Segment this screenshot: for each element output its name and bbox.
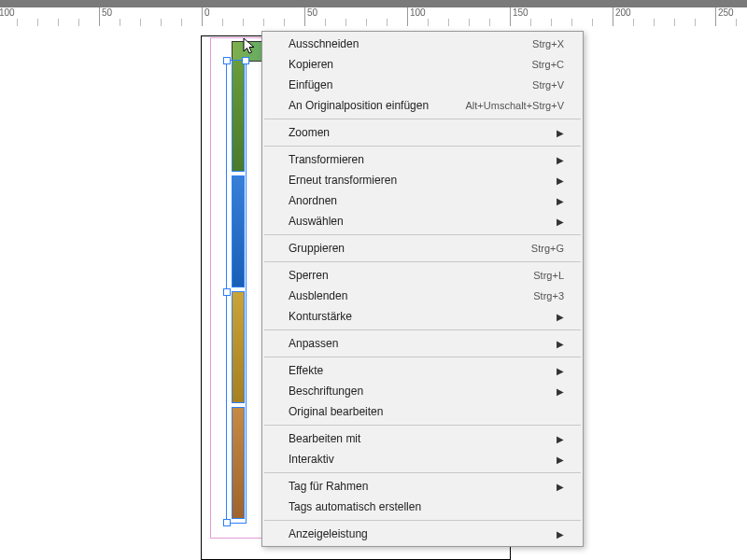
menu-separator: [264, 261, 581, 262]
menu-item-shortcut: Strg+C: [531, 59, 564, 70]
ruler-tick: [695, 19, 696, 26]
menu-item[interactable]: Zoomen▶: [262, 122, 583, 143]
menu-item[interactable]: Interaktiv▶: [262, 449, 583, 469]
menu-item-label: Beschriftungen: [289, 385, 549, 398]
menu-item[interactable]: Bearbeiten mit▶: [262, 428, 583, 449]
ruler-tick: [58, 19, 59, 26]
menu-item[interactable]: Beschriftungen▶: [262, 381, 583, 401]
submenu-arrow-icon: ▶: [557, 386, 564, 397]
menu-separator: [264, 425, 581, 426]
ruler-tick: [387, 19, 388, 26]
window-titlebar: [0, 0, 747, 7]
menu-item[interactable]: AusblendenStrg+3: [262, 286, 583, 306]
menu-item-label: Tags automatisch erstellen: [289, 500, 564, 513]
horizontal-ruler[interactable]: 10050050100150200250: [0, 7, 747, 27]
ruler-tick: [428, 19, 429, 26]
ruler-tick: [243, 19, 244, 26]
ruler-tick: [284, 19, 285, 26]
menu-separator: [264, 472, 581, 473]
submenu-arrow-icon: ▶: [557, 482, 564, 492]
menu-item-label: Interaktiv: [289, 453, 549, 466]
menu-item[interactable]: Anordnen▶: [262, 190, 583, 211]
ruler-tick: [140, 19, 141, 26]
selection-frame[interactable]: [226, 60, 247, 524]
ruler-label: 150: [513, 7, 529, 18]
submenu-arrow-icon: ▶: [557, 339, 564, 349]
ruler-tick: [161, 19, 162, 26]
menu-item[interactable]: Original bearbeiten: [262, 401, 583, 422]
menu-item[interactable]: AusschneidenStrg+X: [262, 34, 583, 54]
ruler-tick: [448, 19, 449, 26]
ruler-tick: [592, 19, 593, 26]
menu-item-shortcut: Strg+L: [533, 270, 564, 281]
submenu-arrow-icon: ▶: [557, 529, 564, 539]
menu-item-shortcut: Strg+3: [533, 290, 564, 301]
menu-item-shortcut: Strg+X: [532, 38, 564, 49]
ruler-tick: [674, 19, 675, 26]
ruler-label: 100: [0, 7, 15, 18]
menu-separator: [264, 119, 581, 119]
menu-item-label: Ausschneiden: [289, 37, 532, 50]
menu-item[interactable]: An Originalposition einfügenAlt+Umschalt…: [262, 95, 583, 116]
ruler-tick: [37, 19, 38, 26]
selection-handle[interactable]: [223, 57, 231, 64]
menu-item-label: Sperren: [289, 269, 533, 282]
ruler-tick: 50: [304, 7, 305, 26]
submenu-arrow-icon: ▶: [557, 434, 564, 444]
menu-item[interactable]: SperrenStrg+L: [262, 265, 583, 286]
ruler-tick: [489, 19, 490, 26]
menu-item[interactable]: Tag für Rahmen▶: [262, 476, 583, 497]
menu-item-label: Anpassen: [289, 337, 549, 350]
submenu-arrow-icon: ▶: [557, 312, 564, 322]
menu-separator: [264, 520, 581, 521]
menu-item[interactable]: Konturstärke▶: [262, 306, 583, 327]
ruler-tick: [571, 19, 572, 26]
menu-item[interactable]: Auswählen▶: [262, 211, 583, 231]
context-menu[interactable]: AusschneidenStrg+XKopierenStrg+CEinfügen…: [261, 31, 584, 547]
ruler-tick: 100: [407, 7, 408, 26]
menu-item-label: Konturstärke: [289, 310, 549, 323]
ruler-tick: [17, 19, 18, 26]
submenu-arrow-icon: ▶: [557, 366, 564, 376]
ruler-tick: [181, 19, 182, 26]
ruler-label: 250: [718, 7, 734, 18]
menu-item[interactable]: Anzeigeleistung▶: [262, 524, 583, 544]
menu-item-shortcut: Alt+Umschalt+Strg+V: [466, 100, 564, 111]
submenu-arrow-icon: ▶: [557, 155, 564, 165]
menu-item[interactable]: Erneut transformieren▶: [262, 170, 583, 190]
submenu-arrow-icon: ▶: [557, 128, 564, 138]
ruler-label: 50: [102, 7, 112, 18]
ruler-label: 0: [204, 7, 210, 18]
menu-item[interactable]: Transformieren▶: [262, 149, 583, 170]
menu-item[interactable]: KopierenStrg+C: [262, 54, 583, 75]
ruler-tick: [345, 19, 346, 26]
selection-handle[interactable]: [223, 519, 231, 526]
menu-item[interactable]: EinfügenStrg+V: [262, 75, 583, 95]
menu-item[interactable]: Anpassen▶: [262, 333, 583, 354]
menu-item-label: Transformieren: [289, 153, 549, 166]
ruler-tick: [469, 19, 470, 26]
menu-item-shortcut: Strg+G: [531, 243, 564, 254]
submenu-arrow-icon: ▶: [557, 455, 564, 465]
menu-item-label: Zoomen: [289, 126, 549, 139]
submenu-arrow-icon: ▶: [557, 175, 564, 186]
ruler-tick: [654, 19, 655, 26]
ruler-label: 100: [410, 7, 426, 18]
menu-item[interactable]: GruppierenStrg+G: [262, 238, 583, 259]
submenu-arrow-icon: ▶: [557, 196, 564, 206]
menu-item-label: Kopieren: [289, 58, 531, 71]
menu-item-label: Original bearbeiten: [289, 405, 564, 418]
ruler-tick: [633, 19, 634, 26]
ruler-tick: 250: [715, 7, 716, 26]
menu-separator: [264, 234, 581, 235]
selection-handle[interactable]: [223, 288, 231, 296]
ruler-tick: 200: [613, 7, 613, 26]
ruler-tick: 0: [202, 7, 203, 26]
ruler-tick: [530, 19, 531, 26]
ruler-tick: 150: [510, 7, 511, 26]
menu-item[interactable]: Effekte▶: [262, 360, 583, 381]
menu-item-label: Bearbeiten mit: [289, 432, 549, 445]
selection-handle[interactable]: [242, 57, 249, 64]
ruler-tick: [551, 19, 552, 26]
menu-item[interactable]: Tags automatisch erstellen: [262, 497, 583, 517]
